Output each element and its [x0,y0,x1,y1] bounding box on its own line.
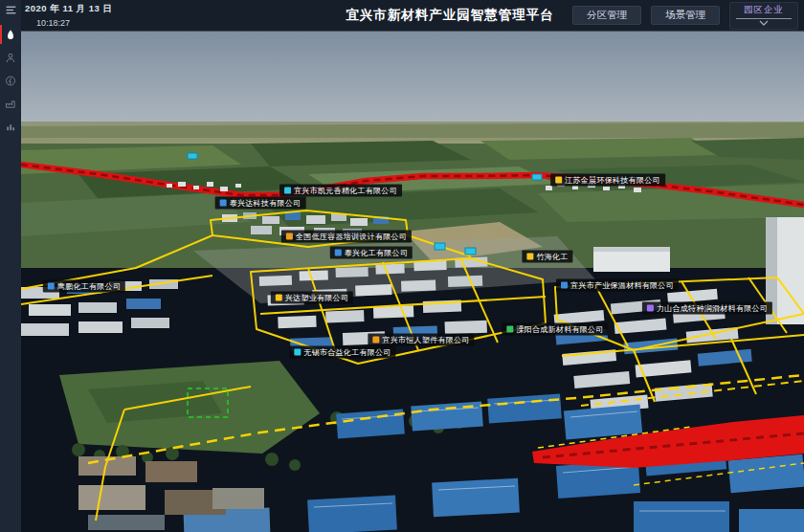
company-label-text: 兴达塑业有限公司 [285,292,348,304]
company-marker-icon [647,305,654,312]
stats-icon [5,121,16,133]
company-marker-icon [526,254,533,260]
company-label-text: 全国低压容器培训设计有限公司 [296,231,407,243]
dropdown-label: 园区企业 [744,4,784,16]
sidebar-item-menu[interactable] [0,0,21,19]
company-label[interactable]: 宜兴市凯元香精化工有限公司 [279,185,402,197]
datetime-block: 2020 年 11 月 13 日 10:18:27 [25,3,112,28]
company-marker-icon [294,349,301,356]
map-canvas[interactable] [21,31,804,532]
company-marker-icon [335,250,342,256]
company-label[interactable]: 竹海化工 [522,251,572,263]
company-marker-icon [276,295,282,301]
sidebar-item-fire[interactable] [0,23,21,46]
sidebar-item-personnel[interactable] [0,46,21,69]
sidebar-item-factory[interactable] [0,92,21,115]
company-label[interactable]: 力山合成特种润滑材料有限公司 [642,302,772,315]
scene-manage-button[interactable]: 场景管理 [651,6,720,25]
company-label[interactable]: 江苏金晨环保科技有限公司 [550,174,665,187]
time-label: 10:18:27 [25,18,112,28]
sidebar-item-stats[interactable] [0,115,21,138]
company-label-text: 泰兴达科技有限公司 [230,197,302,210]
date-label: 2020 年 11 月 13 日 [25,3,112,15]
company-label-text: 宜兴市恒人塑件有限公司 [382,334,469,346]
company-label[interactable]: 溧阳合成新材料有限公司 [502,323,608,336]
app-root: 泰兴达科技有限公司 宜兴市凯元香精化工有限公司 全国低压容器培训设计有限公司 泰… [0,0,804,532]
company-label-text: 鹰鹏化工有限公司 [57,280,121,293]
company-label-text: 竹海化工 [536,251,568,263]
map-3d-scene[interactable]: 泰兴达科技有限公司 宜兴市凯元香精化工有限公司 全国低压容器培训设计有限公司 泰… [21,31,804,532]
header-controls: 分区管理 场景管理 园区企业 [572,0,798,31]
company-marker-icon [48,283,55,290]
company-label[interactable]: 宜兴市产业保温材料有限公司 [556,279,679,292]
company-marker-icon [555,177,562,184]
sidebar-item-energy[interactable] [0,69,21,92]
power-icon [5,75,16,87]
top-bar: 2020 年 11 月 13 日 10:18:27 宜兴市新材料产业园智慧管理平… [21,0,804,31]
company-label-text: 宜兴市凯元香精化工有限公司 [294,185,397,197]
company-marker-icon [284,188,291,194]
company-label[interactable]: 兴达塑业有限公司 [271,292,353,304]
company-marker-icon [372,337,379,344]
company-label-text: 江苏金晨环保科技有限公司 [565,174,660,187]
page-title: 宜兴市新材料产业园智慧管理平台 [346,0,554,31]
company-label[interactable]: 无锡市合益化工有限公司 [289,346,395,359]
dropdown-divider [736,18,792,19]
company-marker-icon [220,200,227,207]
company-marker-icon [561,282,568,289]
company-marker-icon [506,326,513,333]
park-enterprise-dropdown[interactable]: 园区企业 [729,2,798,30]
company-label-text: 宜兴市产业保温材料有限公司 [570,279,674,292]
company-marker-icon [286,233,293,240]
company-label-text: 无锡市合益化工有限公司 [303,346,391,359]
company-label[interactable]: 泰兴化工有限公司 [330,247,413,259]
chevron-down-icon [759,20,769,26]
sidebar [0,0,21,532]
company-label[interactable]: 全国低压容器培训设计有限公司 [281,231,412,243]
menu-icon [5,4,17,16]
company-label-text: 溧阳合成新材料有限公司 [516,323,603,336]
factory-icon [5,98,16,110]
company-label[interactable]: 泰兴达科技有限公司 [215,197,306,210]
fire-icon [5,29,16,41]
company-label-text: 力山合成特种润滑材料有限公司 [657,302,768,315]
user-icon [5,52,16,64]
company-label-text: 泰兴化工有限公司 [345,247,408,259]
company-label[interactable]: 鹰鹏化工有限公司 [43,280,125,293]
zone-manage-button[interactable]: 分区管理 [572,6,641,25]
company-label[interactable]: 宜兴市恒人塑件有限公司 [368,334,474,346]
